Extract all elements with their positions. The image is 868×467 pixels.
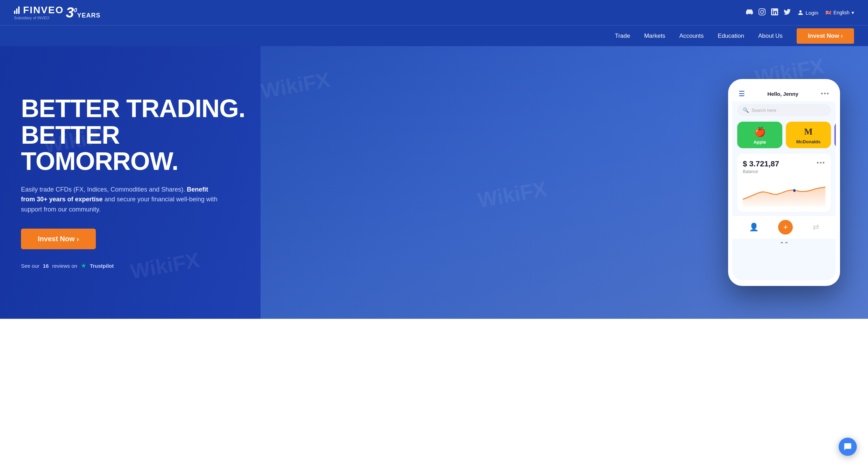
logo-brand: FINVEO	[23, 5, 64, 15]
instagram-icon[interactable]	[759, 8, 766, 17]
phone-inner: ☰ Hello, Jenny ••• 🔍 Search here	[732, 85, 836, 280]
trustpilot-brand: Trustpilot	[90, 263, 114, 269]
nav-links: Trade Markets Accounts Education About U…	[615, 31, 783, 41]
stock-card-mcdonalds[interactable]: M McDonalds	[786, 122, 831, 148]
login-button[interactable]: Login	[798, 10, 818, 16]
flag-icon: 🇬🇧	[825, 10, 831, 15]
trustpilot-count: 16	[43, 263, 49, 269]
logo-name: FINVEO	[14, 5, 64, 15]
balance-amount: $ 3.721,87	[743, 159, 779, 168]
phone-stocks: 🍎 Apple M McDonalds P PayPal	[732, 120, 836, 152]
trustpilot-middle: reviews on	[52, 263, 77, 269]
balance-label: Balance	[743, 169, 779, 174]
phone-search-placeholder: Search here	[752, 108, 776, 113]
hero-section: WikiFX WikiFX WikiFX WikiFX WikiFX BETTE…	[0, 46, 868, 319]
nav-education[interactable]: Education	[718, 31, 744, 41]
balance-chart	[743, 178, 825, 206]
logo-area: FINVEO Subsidiary of INVEO 30YEARS	[14, 5, 101, 20]
balance-info: $ 3.721,87 Balance	[743, 159, 779, 174]
logo-years-label: YEARS	[77, 12, 101, 19]
hero-content: BETTER TRADING. BETTER TOMORROW. Easily …	[0, 58, 868, 307]
hero-title-line2: BETTER TOMORROW.	[21, 122, 259, 175]
logo-years-sup: 0	[74, 7, 77, 13]
phone-chevron-icon[interactable]: ⌃⌃	[732, 239, 836, 251]
trustpilot-row: See our 16 reviews on ★ Trustpilot	[21, 262, 259, 270]
svg-point-0	[793, 189, 796, 192]
chevron-down-icon: ▾	[852, 10, 854, 15]
phone-balance-section: $ 3.721,87 Balance •••	[737, 154, 831, 212]
balance-row: $ 3.721,87 Balance •••	[743, 159, 825, 174]
twitter-icon[interactable]	[784, 8, 791, 17]
logo-30years: 30YEARS	[66, 5, 100, 20]
hero-desc-text: Easily trade CFDs (FX, Indices, Commodit…	[21, 186, 185, 193]
top-right: Login 🇬🇧 English ▾	[746, 8, 854, 17]
hero-right: ☰ Hello, Jenny ••• 🔍 Search here	[721, 79, 847, 286]
phone-transfers-icon[interactable]: ⇄	[813, 223, 819, 232]
phone-frame: ☰ Hello, Jenny ••• 🔍 Search here	[728, 79, 840, 286]
chart-area: 03 04 05 06 07	[743, 178, 825, 206]
phone-contacts-icon[interactable]: 👤	[749, 223, 759, 232]
trustpilot-star-icon: ★	[81, 262, 86, 270]
phone-menu-icon[interactable]: ☰	[739, 89, 745, 98]
phone-mockup: ☰ Hello, Jenny ••• 🔍 Search here	[728, 79, 840, 286]
hero-invest-button[interactable]: Invest Now ›	[21, 229, 96, 249]
nav-markets[interactable]: Markets	[644, 31, 665, 41]
hero-title-line1: BETTER TRADING.	[21, 95, 259, 122]
phone-header: ☰ Hello, Jenny •••	[732, 85, 836, 101]
mcdonalds-icon: M	[804, 127, 813, 137]
phone-greeting: Hello, Jenny	[767, 91, 798, 97]
nav-accounts[interactable]: Accounts	[679, 31, 704, 41]
hero-title: BETTER TRADING. BETTER TOMORROW.	[21, 95, 259, 175]
logo-subsidiary: Subsidiary of INVEO	[14, 16, 64, 20]
nav-invest-button[interactable]: Invest Now ›	[797, 28, 854, 44]
trustpilot-prefix: See our	[21, 263, 40, 269]
login-label: Login	[805, 10, 818, 16]
language-button[interactable]: 🇬🇧 English ▾	[825, 10, 854, 15]
main-nav: Trade Markets Accounts Education About U…	[0, 25, 868, 46]
hero-left: BETTER TRADING. BETTER TOMORROW. Easily …	[21, 95, 259, 270]
hero-description: Easily trade CFDs (FX, Indices, Commodit…	[21, 185, 224, 215]
nav-about-us[interactable]: About Us	[758, 31, 783, 41]
phone-search-icon: 🔍	[743, 107, 749, 113]
phone-search-bar[interactable]: 🔍 Search here	[737, 104, 831, 116]
stock-mcdonalds-label: McDonalds	[796, 139, 820, 144]
nav-trade[interactable]: Trade	[615, 31, 630, 41]
discord-icon[interactable]	[746, 8, 753, 17]
linkedin-icon[interactable]	[771, 8, 778, 17]
stock-apple-label: Apple	[753, 139, 766, 145]
balance-options-icon[interactable]: •••	[817, 159, 825, 167]
logo-bars-icon	[14, 6, 20, 14]
phone-options-icon[interactable]: •••	[821, 90, 830, 98]
social-icons	[746, 8, 791, 17]
apple-icon: 🍎	[754, 127, 766, 137]
stock-card-apple[interactable]: 🍎 Apple	[737, 122, 782, 148]
phone-bottom-bar: 👤 + ⇄	[732, 215, 836, 239]
stock-card-paypal[interactable]: P PayPal	[834, 122, 836, 148]
language-label: English	[833, 10, 849, 15]
logo-text: FINVEO Subsidiary of INVEO	[14, 5, 64, 20]
top-bar: FINVEO Subsidiary of INVEO 30YEARS	[0, 0, 868, 25]
phone-add-button[interactable]: +	[778, 220, 793, 235]
